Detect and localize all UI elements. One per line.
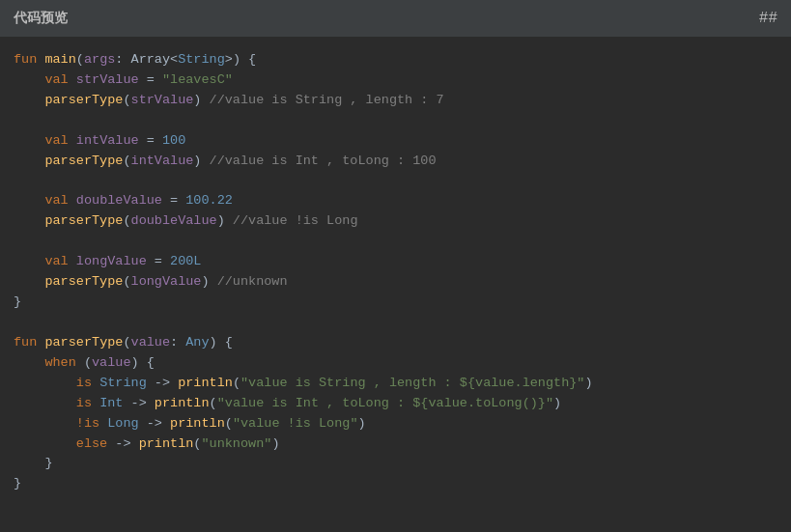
code-line-13: }	[14, 293, 791, 313]
code-line-6: parserType(intValue) //value is Int , to…	[14, 152, 791, 172]
blank-line-3	[14, 232, 791, 252]
code-line-9: parserType(doubleValue) //value !is Long	[14, 211, 791, 232]
blank-line-1	[14, 111, 791, 131]
blank-line-4	[14, 313, 791, 333]
code-line-2: val strValue = "leavesC"	[14, 70, 791, 91]
code-line-1: fun main(args: Array<String>) {	[14, 50, 791, 70]
code-line-18: is Int -> println("value is Int , toLong…	[14, 394, 791, 414]
code-editor: fun main(args: Array<String>) { val strV…	[0, 37, 791, 532]
window-title: 代码预览	[14, 10, 68, 27]
code-line-5: val intValue = 100	[14, 131, 791, 152]
code-line-17: is String -> println("value is String , …	[14, 374, 791, 394]
code-line-11: val longValue = 200L	[14, 252, 791, 272]
code-line-8: val doubleValue = 100.22	[14, 191, 791, 211]
title-bar: 代码预览 ##	[0, 0, 791, 37]
code-line-16: when (value) {	[14, 353, 791, 374]
layout-icon[interactable]: ##	[759, 10, 777, 27]
code-line-21: }	[14, 454, 791, 474]
window: 代码预览 ## fun main(args: Array<String>) { …	[0, 0, 791, 532]
code-line-3: parserType(strValue) //value is String ,…	[14, 91, 791, 111]
code-line-15: fun parserType(value: Any) {	[14, 333, 791, 353]
blank-line-2	[14, 172, 791, 192]
code-line-12: parserType(longValue) //unknown	[14, 272, 791, 293]
code-line-19: !is Long -> println("value !is Long")	[14, 414, 791, 434]
code-line-22: }	[14, 474, 791, 494]
code-line-20: else -> println("unknown")	[14, 434, 791, 455]
